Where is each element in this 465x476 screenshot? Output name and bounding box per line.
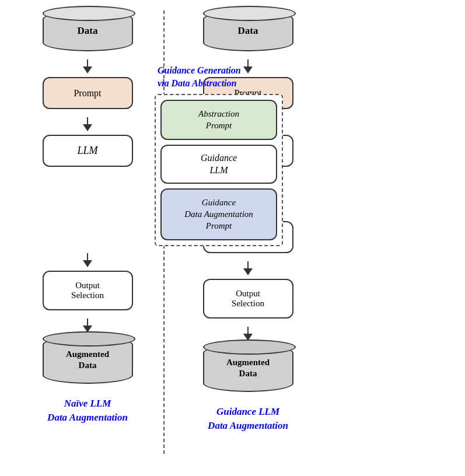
guidance-dashed-box: AbstractionPrompt GuidanceLLM GuidanceDa…: [155, 94, 283, 246]
arrow4: [83, 318, 92, 332]
right-data-cylinder: Data: [203, 10, 293, 51]
left-augmented-label: AugmentedData: [66, 349, 109, 372]
left-output-box: OutputSelection: [43, 271, 133, 310]
left-prompt-label: Prompt: [74, 88, 101, 99]
left-llm-label: LLM: [77, 145, 97, 157]
right-data-label: Data: [238, 25, 258, 37]
right-augmented-label: AugmentedData: [226, 357, 270, 380]
right-arrow-line3: [247, 261, 249, 268]
arrow1: [83, 60, 92, 74]
left-data-cylinder: Data: [43, 10, 133, 51]
diagram: Data Prompt LLM OutputSelection: [0, 0, 465, 476]
left-data-label: Data: [78, 25, 98, 37]
left-output-label: OutputSelection: [71, 281, 104, 300]
guidance-llm-box: GuidanceLLM: [160, 145, 277, 184]
arrow-line: [87, 60, 88, 66]
right-caption: Guidance LLMData Augmentation: [190, 405, 306, 433]
guidance-llm-label: GuidanceLLM: [201, 153, 237, 176]
left-column: Data Prompt LLM OutputSelection: [6, 10, 160, 425]
guidance-aug-prompt-box: GuidanceData AugmentationPrompt: [160, 188, 277, 240]
right-output-label: OutputSelection: [232, 289, 264, 309]
right-arrow-down3: [243, 268, 253, 275]
left-augmented-cylinder: AugmentedData: [43, 336, 133, 384]
right-arrow4: [243, 327, 253, 341]
arrow-line4: [87, 318, 88, 326]
guidance-title: Guidance Generationvia Data Abstraction: [155, 64, 289, 89]
right-arrow3: [243, 261, 253, 275]
arrow-line3: [87, 253, 88, 260]
arrow2: [83, 117, 92, 131]
right-output-box: OutputSelection: [203, 279, 293, 318]
arrow-down2: [83, 124, 92, 131]
arrow-line2: [87, 117, 88, 124]
right-augmented-cylinder: AugmentedData: [203, 344, 293, 392]
abstraction-prompt-box: AbstractionPrompt: [160, 100, 277, 140]
right-arrow-line4: [247, 327, 249, 334]
abstraction-prompt-label: AbstractionPrompt: [198, 109, 239, 130]
left-llm-box: LLM: [43, 135, 133, 167]
guidance-aug-prompt-label: GuidanceData AugmentationPrompt: [184, 198, 253, 231]
left-prompt-box: Prompt: [43, 77, 133, 109]
guidance-section: Guidance Generationvia Data Abstraction …: [155, 64, 289, 246]
arrow-down: [83, 66, 92, 74]
arrow3: [83, 253, 92, 267]
left-caption: Naïve LLMData Augmentation: [29, 397, 146, 425]
arrow-down3: [83, 260, 92, 267]
